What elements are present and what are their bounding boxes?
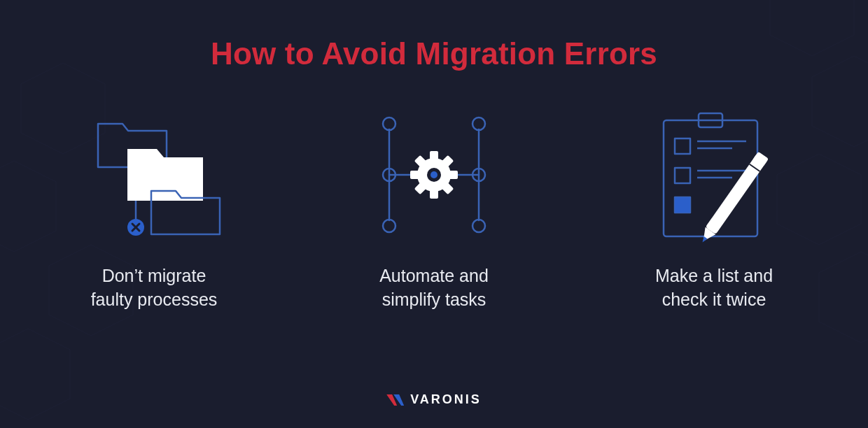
card-faulty-processes: Don’t migrate faulty processes — [56, 105, 252, 312]
brand-mark-icon — [386, 393, 405, 407]
card-caption: Automate and simplify tasks — [379, 264, 489, 312]
infographic-container: How to Avoid Migration Errors — [0, 0, 868, 428]
card-automate-simplify: Automate and simplify tasks — [336, 105, 532, 312]
svg-point-32 — [430, 171, 438, 178]
brand-logo: VARONIS — [386, 392, 482, 407]
svg-rect-35 — [675, 138, 690, 154]
svg-point-21 — [472, 220, 485, 232]
folders-error-icon — [84, 105, 224, 245]
svg-rect-36 — [675, 168, 690, 183]
cards-row: Don’t migrate faulty processes — [0, 105, 868, 312]
svg-point-19 — [472, 117, 485, 130]
svg-rect-43 — [706, 152, 768, 234]
page-title: How to Avoid Migration Errors — [211, 36, 657, 71]
automation-gear-icon — [357, 105, 511, 245]
card-checklist: Make a list and check it twice — [616, 105, 812, 312]
card-caption: Make a list and check it twice — [655, 264, 773, 312]
svg-rect-42 — [675, 197, 690, 213]
svg-point-14 — [383, 117, 396, 130]
checklist-pen-icon — [644, 105, 784, 245]
card-caption: Don’t migrate faulty processes — [91, 264, 218, 312]
brand-name: VARONIS — [410, 392, 482, 407]
svg-point-16 — [383, 220, 396, 232]
